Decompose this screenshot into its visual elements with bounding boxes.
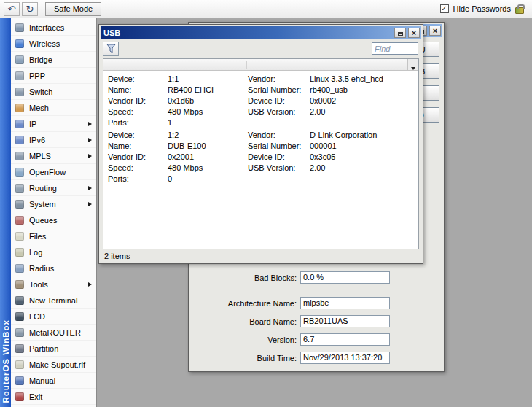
redo-button[interactable]: ↻: [22, 2, 38, 16]
resources-field-row: Architecture Name: mipsbe: [192, 297, 390, 309]
radius-icon: [15, 264, 24, 273]
device-field-label: USB Version:: [248, 163, 310, 174]
resources-field-value[interactable]: Nov/29/2013 13:37:20: [300, 352, 390, 364]
sidebar-item-label: Radius: [29, 264, 88, 273]
resources-field-value[interactable]: RB2011UAS: [300, 315, 390, 327]
device-field-value: 000001: [310, 141, 337, 152]
sidebar-item-label: Wireless: [29, 39, 88, 48]
mpls-icon: [15, 152, 24, 160]
device-field-label: Speed:: [103, 163, 168, 174]
openflow-icon: [15, 168, 24, 177]
resources-field-row: Bad Blocks: 0.0 %: [192, 271, 390, 284]
device-field-label: Ports:: [103, 174, 168, 185]
sidebar-item-label: Mesh: [29, 104, 88, 112]
column-separator: [168, 61, 168, 69]
resources-close-button[interactable]: ×: [429, 26, 441, 36]
device-field: Speed: 480 Mbps: [103, 163, 248, 174]
sidebar-item[interactable]: LCD: [11, 309, 96, 325]
device-field-value: 0x2001: [168, 152, 194, 163]
metarouter-icon: [15, 328, 24, 337]
undo-button[interactable]: ↶: [4, 2, 20, 16]
sidebar-item-label: Partition: [29, 344, 88, 353]
submenu-arrow-icon: [88, 138, 92, 142]
sidebar-item[interactable]: Queues: [11, 212, 96, 228]
device-field: Name: DUB-E100: [103, 141, 248, 152]
device-field-value: 480 Mbps: [168, 163, 203, 174]
submenu-arrow-icon: [88, 202, 92, 206]
device-field: Device ID: 0x3c05: [248, 152, 418, 163]
system-icon: [15, 200, 24, 209]
device-field-label: Vendor ID:: [103, 96, 168, 106]
column-separator: [246, 61, 247, 69]
sidebar-item[interactable]: MPLS: [11, 148, 96, 164]
usb-maximize-button[interactable]: [394, 28, 406, 38]
device-field-value: Linux 3.3.5 ehci_hcd: [310, 74, 383, 85]
sidebar-item[interactable]: Mesh: [11, 100, 96, 116]
sidebar-item-label: MetaROUTER: [29, 328, 88, 337]
device-field: Device ID: 0x0002: [248, 96, 418, 106]
sidebar-item[interactable]: Tools: [11, 276, 96, 292]
routing-icon: [15, 184, 24, 193]
column-dropdown-button[interactable]: [407, 59, 418, 70]
resources-field-value[interactable]: mipsbe: [300, 297, 390, 309]
winbox-app: ↶ ↻ Safe Mode ✓ Hide Passwords RouterOS …: [0, 0, 532, 407]
sidebar-item[interactable]: Switch: [11, 84, 96, 100]
sidebar-item[interactable]: Wireless: [11, 36, 96, 52]
usb-body: Device: 1:1 Name: RB400 EHCI V: [101, 39, 421, 262]
sidebar-item-label: MPLS: [29, 152, 88, 160]
sidebar-item[interactable]: New Terminal: [11, 292, 96, 309]
filter-icon: [106, 44, 116, 53]
device-field-label: Vendor:: [248, 130, 310, 141]
sidebar-item-label: OpenFlow: [29, 168, 88, 177]
filter-button[interactable]: [103, 42, 119, 56]
device-field: Device: 1:1: [103, 74, 248, 85]
safe-mode-button[interactable]: Safe Mode: [45, 2, 101, 16]
device-field: Name: RB400 EHCI: [103, 85, 248, 96]
manual-icon: [15, 376, 24, 385]
device-field-value: RB400 EHCI: [168, 85, 214, 96]
usb-device-row[interactable]: Device: 1:2 Name: DUB-E100 Ven: [103, 130, 418, 185]
usb-close-button[interactable]: ×: [408, 28, 420, 38]
hide-passwords-checkbox[interactable]: ✓: [440, 4, 449, 13]
device-field-label: Name:: [103, 85, 168, 96]
sidebar-item[interactable]: Interfaces: [11, 20, 96, 36]
device-field: Serial Number: 000001: [248, 141, 418, 152]
device-field-label: Device ID:: [248, 96, 310, 106]
device-field: Ports: 0: [103, 174, 248, 185]
usb-device-row[interactable]: Device: 1:1 Name: RB400 EHCI V: [103, 74, 418, 128]
undo-arrow-icon: ↶: [8, 4, 16, 15]
sidebar-item[interactable]: Exit: [11, 389, 96, 405]
usb-titlebar[interactable]: USB ×: [101, 26, 421, 39]
exit-icon: [15, 392, 24, 401]
sidebar-item[interactable]: Bridge: [11, 52, 96, 68]
sidebar-item[interactable]: Partition: [11, 341, 96, 357]
ip-icon: [15, 120, 24, 128]
sidebar-item-label: IPv6: [29, 136, 88, 144]
resources-field-label: Architecture Name:: [192, 299, 300, 308]
sidebar-item-label: Exit: [29, 392, 88, 401]
sidebar-item[interactable]: Make Supout.rif: [11, 357, 96, 373]
sidebar-item[interactable]: Files: [11, 228, 96, 244]
sidebar-item[interactable]: Log: [11, 244, 96, 260]
sidebar-item[interactable]: Radius: [11, 260, 96, 276]
device-field-label: Device:: [103, 74, 168, 85]
resources-field-value[interactable]: 0.0 %: [300, 271, 390, 284]
device-field-label: Vendor ID:: [103, 152, 168, 163]
sidebar-item-label: IP: [29, 120, 88, 128]
sidebar-item[interactable]: MetaROUTER: [11, 325, 96, 341]
device-field-value: 1:2: [168, 130, 179, 141]
sidebar-item[interactable]: IP: [11, 116, 96, 132]
sidebar-item[interactable]: PPP: [11, 68, 96, 84]
sidebar-item[interactable]: Routing: [11, 180, 96, 196]
sidebar-item[interactable]: OpenFlow: [11, 164, 96, 180]
find-input[interactable]: [372, 42, 418, 55]
sidebar-item[interactable]: IPv6: [11, 132, 96, 148]
resources-field-value[interactable]: 6.7: [300, 333, 390, 346]
sidebar-item[interactable]: Manual: [11, 373, 96, 389]
bridge-icon: [15, 55, 24, 64]
device-detail-left: Device: 1:1 Name: RB400 EHCI V: [103, 74, 248, 128]
device-detail-left: Device: 1:2 Name: DUB-E100 Ven: [103, 130, 248, 185]
sidebar-item[interactable]: System: [11, 196, 96, 212]
usb-status-bar: 2 items: [101, 249, 421, 262]
usb-device-list: Device: 1:1 Name: RB400 EHCI V: [103, 71, 418, 249]
